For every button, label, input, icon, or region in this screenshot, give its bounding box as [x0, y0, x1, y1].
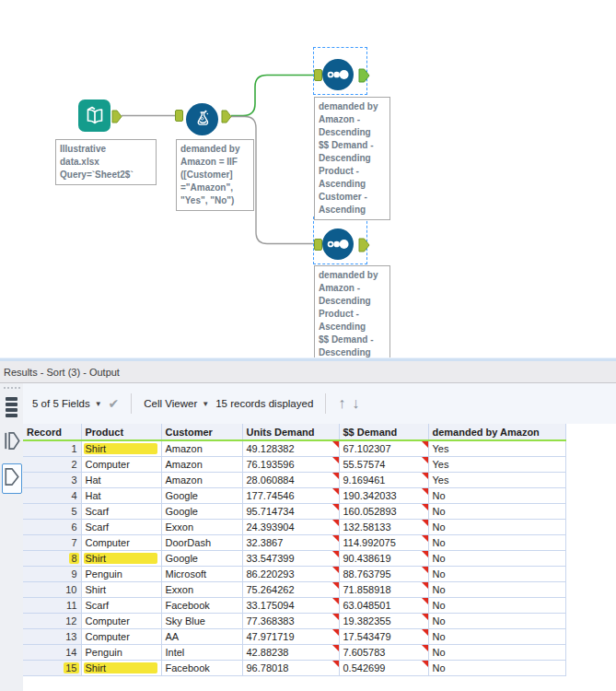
dollar-demand-cell[interactable]: 67.102307: [339, 440, 428, 456]
units-demand-cell[interactable]: 76.193596: [242, 456, 339, 472]
demanded-by-amazon-cell[interactable]: No: [428, 550, 565, 566]
dollar-demand-cell[interactable]: 132.58133: [339, 519, 428, 534]
fields-dropdown[interactable]: 5 of 5 Fields ▼: [32, 398, 102, 409]
sort2-output-anchor[interactable]: [358, 238, 370, 252]
sort1-tool[interactable]: [322, 59, 354, 90]
customer-cell[interactable]: DoorDash: [161, 534, 242, 550]
record-number-cell[interactable]: 7: [23, 534, 81, 550]
customer-cell[interactable]: Microsoft: [161, 566, 242, 581]
column-header-record[interactable]: Record: [23, 424, 81, 440]
customer-cell[interactable]: Amazon: [161, 440, 242, 456]
product-cell[interactable]: Hat: [81, 487, 161, 503]
dollar-demand-cell[interactable]: 71.858918: [339, 581, 428, 597]
scroll-down-button[interactable]: ↓: [352, 396, 359, 411]
record-number-cell[interactable]: 2: [23, 456, 81, 472]
column-header-product[interactable]: Product: [81, 424, 161, 440]
dollar-demand-cell[interactable]: 7.605783: [339, 644, 428, 660]
product-cell[interactable]: Computer: [81, 613, 161, 628]
record-number-cell[interactable]: 14: [23, 644, 81, 660]
product-cell[interactable]: Shirt: [81, 581, 161, 597]
units-demand-cell[interactable]: 95.714734: [242, 503, 339, 519]
demanded-by-amazon-cell[interactable]: Yes: [428, 440, 565, 456]
product-cell[interactable]: Scarf: [81, 597, 161, 613]
demanded-by-amazon-cell[interactable]: No: [428, 581, 565, 597]
demanded-by-amazon-cell[interactable]: No: [428, 566, 565, 581]
record-number-cell[interactable]: 13: [23, 628, 81, 644]
cell-viewer-dropdown[interactable]: Cell Viewer ▼: [144, 398, 209, 409]
data-grid-view-button[interactable]: [6, 396, 18, 422]
customer-cell[interactable]: Google: [161, 503, 242, 519]
column-header-customer[interactable]: Customer: [161, 424, 242, 440]
customer-cell[interactable]: AA: [161, 628, 242, 644]
customer-cell[interactable]: Exxon: [161, 519, 242, 534]
demanded-by-amazon-cell[interactable]: No: [428, 519, 565, 534]
dollar-demand-cell[interactable]: 9.169461: [339, 472, 428, 487]
demanded-by-amazon-cell[interactable]: No: [428, 660, 565, 675]
input-anchor-button[interactable]: [3, 429, 21, 456]
customer-cell[interactable]: Facebook: [161, 660, 242, 675]
demanded-by-amazon-cell[interactable]: No: [428, 628, 565, 644]
drag-handle-icon[interactable]: [4, 387, 20, 389]
product-cell[interactable]: Scarf: [81, 503, 161, 519]
sort1-tool-annotation[interactable]: demanded by Amazon - Descending $$ Deman…: [314, 97, 390, 220]
product-cell[interactable]: Shirt: [81, 550, 161, 566]
customer-cell[interactable]: Google: [161, 550, 242, 566]
customer-cell[interactable]: Intel: [161, 644, 242, 660]
formula-input-anchor[interactable]: [175, 110, 183, 122]
units-demand-cell[interactable]: 32.3867: [242, 534, 339, 550]
product-cell[interactable]: Shirt: [81, 660, 161, 675]
dollar-demand-cell[interactable]: 114.992075: [339, 534, 428, 550]
demanded-by-amazon-cell[interactable]: Yes: [428, 472, 565, 487]
units-demand-cell[interactable]: 49.128382: [242, 440, 339, 456]
formula-output-anchor[interactable]: [221, 110, 232, 123]
formula-tool-annotation[interactable]: demanded by Amazon = IIF ([Customer] ="A…: [176, 139, 254, 211]
scroll-up-button[interactable]: ↑: [338, 396, 345, 411]
units-demand-cell[interactable]: 28.060884: [242, 472, 339, 487]
customer-cell[interactable]: Amazon: [161, 456, 242, 472]
dollar-demand-cell[interactable]: 63.048501: [339, 597, 428, 613]
units-demand-cell[interactable]: 86.220293: [242, 566, 339, 581]
output-anchor-button[interactable]: [2, 463, 22, 494]
customer-cell[interactable]: Facebook: [161, 597, 242, 613]
product-cell[interactable]: Computer: [81, 534, 161, 550]
record-number-cell[interactable]: 11: [23, 597, 81, 613]
record-number-cell[interactable]: 4: [23, 487, 81, 503]
product-cell[interactable]: Penguin: [81, 644, 161, 660]
demanded-by-amazon-cell[interactable]: No: [428, 534, 565, 550]
product-cell[interactable]: Computer: [81, 456, 161, 472]
demanded-by-amazon-cell[interactable]: Yes: [428, 456, 565, 472]
units-demand-cell[interactable]: 77.368383: [242, 613, 339, 628]
demanded-by-amazon-cell[interactable]: No: [428, 487, 565, 503]
sort1-output-anchor[interactable]: [358, 68, 370, 83]
sort1-input-anchor[interactable]: [314, 69, 322, 81]
apply-checkmark-icon[interactable]: ✔: [109, 396, 120, 411]
dollar-demand-cell[interactable]: 190.342033: [339, 487, 428, 503]
input-tool-annotation[interactable]: Illustrative data.xlsx Query=`Sheet2$`: [55, 139, 157, 185]
product-cell[interactable]: Penguin: [81, 566, 161, 581]
units-demand-cell[interactable]: 33.547399: [242, 550, 339, 566]
customer-cell[interactable]: Amazon: [161, 472, 242, 487]
record-number-cell[interactable]: 10: [23, 581, 81, 597]
column-header-demanded-by-amazon[interactable]: demanded by Amazon: [428, 424, 565, 440]
sort2-input-anchor[interactable]: [314, 239, 322, 251]
units-demand-cell[interactable]: 33.175094: [242, 597, 339, 613]
units-demand-cell[interactable]: 177.74546: [242, 487, 339, 503]
record-number-cell[interactable]: 12: [23, 613, 81, 628]
record-number-cell[interactable]: 5: [23, 503, 81, 519]
product-cell[interactable]: Hat: [81, 472, 161, 487]
dollar-demand-cell[interactable]: 17.543479: [339, 628, 428, 644]
product-cell[interactable]: Scarf: [81, 519, 161, 534]
column-header-units-demand[interactable]: Units Demand: [242, 424, 339, 440]
demanded-by-amazon-cell[interactable]: No: [428, 597, 565, 613]
record-number-cell[interactable]: 1: [23, 440, 81, 456]
customer-cell[interactable]: Exxon: [161, 581, 242, 597]
dollar-demand-cell[interactable]: 88.763795: [339, 566, 428, 581]
wire-formula-to-sort1[interactable]: [231, 76, 314, 116]
record-number-cell[interactable]: 15: [23, 660, 81, 675]
dollar-demand-cell[interactable]: 55.57574: [339, 456, 428, 472]
column-header--demand[interactable]: $$ Demand: [339, 424, 428, 440]
demanded-by-amazon-cell[interactable]: No: [428, 644, 565, 660]
product-cell[interactable]: Computer: [81, 628, 161, 644]
units-demand-cell[interactable]: 47.971719: [242, 628, 339, 644]
demanded-by-amazon-cell[interactable]: No: [428, 503, 565, 519]
